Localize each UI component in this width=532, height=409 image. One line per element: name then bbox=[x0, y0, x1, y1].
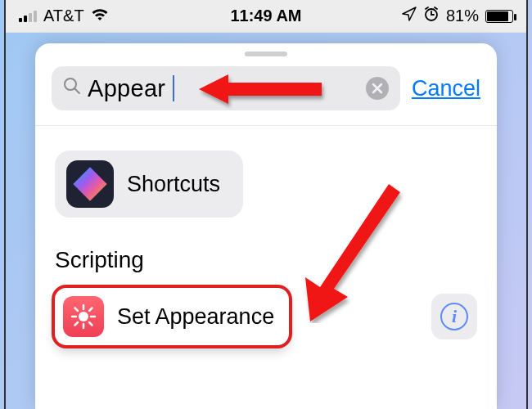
modal-sheet: Appear Cancel Shortcuts Scripting Set Ap… bbox=[35, 43, 497, 409]
svg-line-9 bbox=[89, 322, 92, 326]
status-bar: AT&T 11:49 AM 81% bbox=[6, 0, 526, 33]
battery-icon bbox=[485, 10, 513, 23]
brightness-icon bbox=[63, 296, 104, 337]
location-icon bbox=[402, 7, 417, 25]
shortcuts-app-icon bbox=[66, 160, 114, 208]
svg-line-10 bbox=[89, 308, 92, 312]
svg-point-3 bbox=[79, 312, 88, 321]
svg-line-8 bbox=[75, 308, 79, 312]
carrier-label: AT&T bbox=[43, 7, 84, 25]
app-card-label: Shortcuts bbox=[127, 172, 220, 197]
svg-line-2 bbox=[75, 89, 80, 94]
clear-search-button[interactable] bbox=[366, 77, 389, 100]
action-set-appearance[interactable]: Set Appearance bbox=[55, 288, 289, 345]
search-icon bbox=[63, 77, 81, 100]
signal-strength-icon bbox=[19, 11, 37, 22]
action-info-button[interactable]: i bbox=[431, 294, 477, 339]
search-input[interactable]: Appear bbox=[52, 66, 400, 110]
app-card-shortcuts[interactable]: Shortcuts bbox=[55, 151, 243, 218]
clock: 11:49 AM bbox=[230, 7, 301, 25]
text-cursor bbox=[173, 75, 174, 101]
battery-percent: 81% bbox=[446, 7, 479, 25]
action-label: Set Appearance bbox=[117, 304, 274, 330]
sheet-grabber[interactable] bbox=[245, 52, 287, 56]
section-header-scripting: Scripting bbox=[55, 247, 477, 273]
alarm-icon bbox=[423, 6, 440, 26]
close-icon bbox=[372, 83, 383, 94]
cancel-button[interactable]: Cancel bbox=[412, 76, 480, 101]
wifi-icon bbox=[91, 7, 109, 25]
search-value: Appear bbox=[88, 75, 165, 102]
svg-line-11 bbox=[75, 322, 79, 326]
info-icon: i bbox=[440, 303, 468, 330]
